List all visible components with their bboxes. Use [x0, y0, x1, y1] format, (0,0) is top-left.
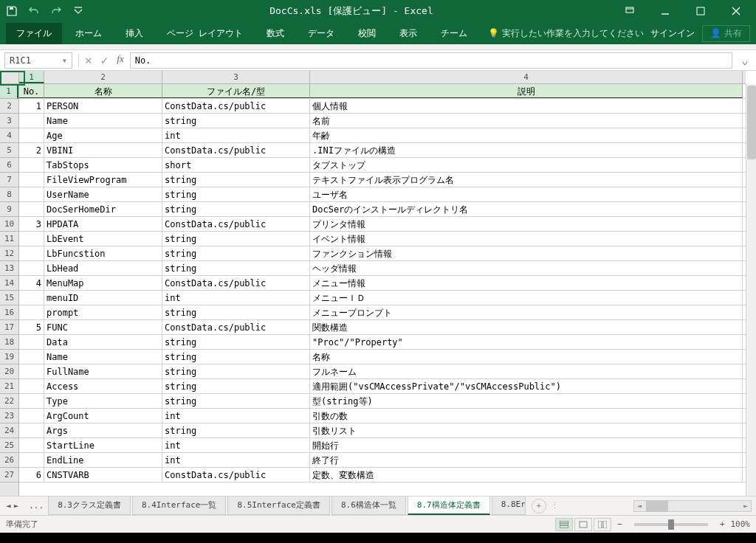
cell[interactable]: EndLine — [44, 453, 162, 467]
tell-me-text[interactable]: 実行したい作業を入力してください — [502, 27, 644, 40]
cell[interactable]: string — [162, 187, 310, 201]
cell[interactable]: ヘッダ情報 — [310, 261, 743, 275]
cell[interactable]: Age — [44, 128, 162, 142]
row-header-13[interactable]: 13 — [0, 261, 18, 276]
redo-icon[interactable] — [50, 5, 62, 17]
cell[interactable]: menuID — [44, 291, 162, 305]
cell[interactable]: string — [162, 261, 310, 275]
cell[interactable]: 6 — [19, 468, 44, 482]
sheet-tab-3[interactable]: 8.6構造体一覧 — [331, 497, 406, 515]
cell[interactable] — [19, 114, 44, 128]
cell[interactable]: .INIファイルの構造 — [310, 143, 743, 157]
cell[interactable]: ConstData.cs/public — [162, 276, 310, 290]
row-header-20[interactable]: 20 — [0, 364, 18, 379]
tab-nav-prev-icon[interactable]: ◄ — [6, 501, 11, 511]
cell[interactable] — [19, 128, 44, 142]
hscroll-left-icon[interactable]: ◄ — [634, 501, 645, 511]
ribbon-tab-7[interactable]: 表示 — [389, 23, 427, 44]
cell[interactable]: StartLine — [44, 438, 162, 452]
qat-customize-icon[interactable] — [72, 5, 84, 17]
row-header-24[interactable]: 24 — [0, 423, 18, 438]
cell[interactable]: Name — [44, 114, 162, 128]
cell[interactable]: string — [162, 173, 310, 187]
cell[interactable]: フルネーム — [310, 364, 743, 378]
cell[interactable]: テキストファイル表示プログラム名 — [310, 173, 743, 187]
cell[interactable] — [19, 261, 44, 275]
cell[interactable]: ConstData.cs/public — [162, 143, 310, 157]
maximize-button[interactable] — [684, 0, 718, 22]
cell[interactable]: 年齢 — [310, 128, 743, 142]
cell[interactable]: Access — [44, 379, 162, 393]
cell[interactable] — [19, 173, 44, 187]
cell[interactable] — [19, 423, 44, 437]
view-normal-button[interactable] — [555, 518, 573, 531]
col-header-2[interactable]: 2 — [44, 71, 162, 83]
cell[interactable]: Name — [44, 350, 162, 364]
cell[interactable]: string — [162, 423, 310, 437]
row-header-6[interactable]: 6 — [0, 158, 18, 173]
cell[interactable]: LbEvent — [44, 232, 162, 246]
cell[interactable]: prompt — [44, 305, 162, 319]
ribbon-tab-0[interactable]: ファイル — [6, 23, 62, 44]
row-header-12[interactable]: 12 — [0, 246, 18, 261]
row-header-5[interactable]: 5 — [0, 143, 18, 158]
name-box[interactable]: R1C1 ▾ — [4, 52, 72, 69]
cell[interactable]: 5 — [19, 320, 44, 334]
sheet-tab-4[interactable]: 8.7構造体定義書 — [408, 497, 490, 515]
confirm-formula-icon[interactable]: ✓ — [101, 53, 109, 67]
cell[interactable]: 開始行 — [310, 438, 743, 452]
row-header-1[interactable]: 1 — [0, 84, 18, 99]
row-header-15[interactable]: 15 — [0, 291, 18, 305]
cell[interactable]: FUNC — [44, 320, 162, 334]
col-header-1[interactable]: 1 — [19, 71, 44, 83]
row-header-7[interactable]: 7 — [0, 173, 18, 187]
row-header-25[interactable]: 25 — [0, 438, 18, 453]
cell[interactable]: int — [162, 409, 310, 423]
formula-bar[interactable]: No. — [130, 52, 732, 69]
zoom-out-button[interactable]: − — [617, 519, 622, 529]
cell[interactable]: TabStops — [44, 158, 162, 172]
cell[interactable]: PERSON — [44, 99, 162, 113]
ribbon-tab-6[interactable]: 校閲 — [348, 23, 386, 44]
cell[interactable] — [19, 364, 44, 378]
cell[interactable]: Data — [44, 335, 162, 349]
row-header-3[interactable]: 3 — [0, 114, 18, 128]
header-cell-desc[interactable]: 説明 — [310, 84, 743, 98]
cell[interactable] — [19, 246, 44, 260]
expand-formula-icon[interactable]: ⌄ — [738, 53, 752, 67]
cell[interactable]: MenuMap — [44, 276, 162, 290]
cell[interactable]: タブストップ — [310, 158, 743, 172]
cell[interactable]: LbHead — [44, 261, 162, 275]
row-header-18[interactable]: 18 — [0, 335, 18, 350]
horizontal-scrollbar[interactable]: ◄ ► — [633, 500, 752, 512]
row-header-9[interactable]: 9 — [0, 202, 18, 217]
cell[interactable] — [19, 202, 44, 216]
sheet-tab-0[interactable]: 8.3クラス定義書 — [48, 497, 131, 515]
cell[interactable]: 型(string等) — [310, 394, 743, 408]
cell[interactable]: 関数構造 — [310, 320, 743, 334]
cell[interactable]: LbFuncstion — [44, 246, 162, 260]
share-button[interactable]: 👤共有 — [702, 25, 750, 42]
ribbon-tab-1[interactable]: ホーム — [65, 23, 112, 44]
vertical-scrollbar[interactable] — [746, 84, 756, 496]
cell[interactable]: ConstData.cs/public — [162, 468, 310, 482]
header-cell-file[interactable]: ファイル名/型 — [162, 84, 310, 98]
cell[interactable]: string — [162, 202, 310, 216]
row-header-14[interactable]: 14 — [0, 276, 18, 291]
ribbon-tab-5[interactable]: データ — [298, 23, 345, 44]
view-page-layout-button[interactable] — [574, 518, 592, 531]
cell[interactable]: 個人情報 — [310, 99, 743, 113]
cell[interactable] — [19, 158, 44, 172]
cell[interactable]: FullName — [44, 364, 162, 378]
cell[interactable] — [19, 305, 44, 319]
cell[interactable] — [19, 350, 44, 364]
col-header-4[interactable]: 4 — [310, 71, 743, 83]
row-header-19[interactable]: 19 — [0, 350, 18, 364]
vscroll-thumb[interactable] — [747, 86, 756, 159]
sheet-tab-5[interactable]: 8.8Er — [492, 497, 526, 515]
zoom-slider-thumb[interactable] — [668, 519, 674, 530]
cell[interactable]: DocSerHomeDir — [44, 202, 162, 216]
zoom-level[interactable]: 100% — [731, 519, 751, 529]
cell[interactable]: string — [162, 379, 310, 393]
cell[interactable]: メニューＩＤ — [310, 291, 743, 305]
